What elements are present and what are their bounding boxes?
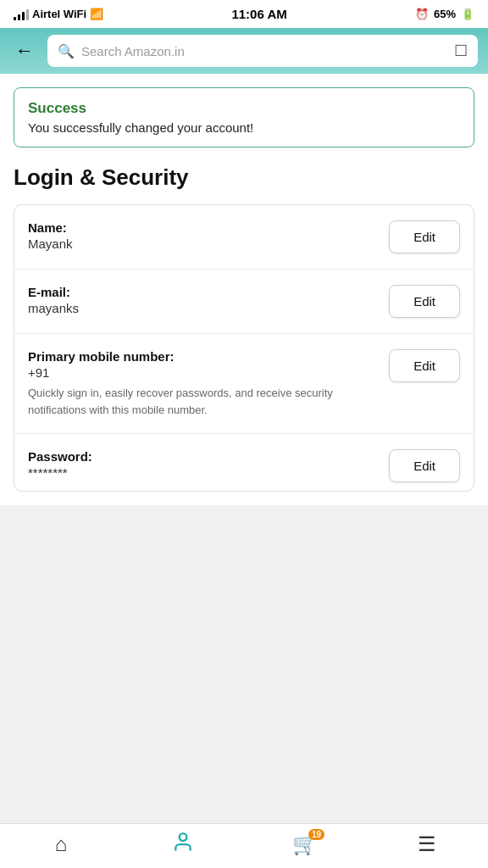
email-value: mayanks (28, 301, 375, 315)
nav-home[interactable]: ⌂ (0, 832, 122, 856)
cart-wrapper: 🛒 19 (292, 832, 318, 856)
alarm-icon: ⏰ (415, 8, 429, 20)
mobile-content: Primary mobile number: +91 Quickly sign … (28, 349, 389, 418)
status-bar: Airtel WiFi 📶 11:06 AM ⏰ 65% 🔋 (0, 0, 488, 28)
time-display: 11:06 AM (231, 7, 286, 21)
mobile-edit-button[interactable]: Edit (389, 349, 460, 382)
search-icon: 🔍 (58, 43, 75, 59)
name-value: Mayank (28, 236, 375, 251)
nav-menu[interactable]: ☰ (366, 832, 488, 856)
mobile-description: Quickly sign in, easily recover password… (28, 385, 375, 418)
svg-point-0 (180, 833, 187, 841)
search-bar-container: ← 🔍 Search Amazon.in ☐ (0, 28, 488, 74)
nav-cart[interactable]: 🛒 19 (244, 832, 366, 856)
status-right: ⏰ 65% 🔋 (415, 8, 474, 20)
mobile-value: +91 (28, 365, 375, 380)
search-placeholder: Search Amazon.in (81, 44, 447, 58)
name-label: Name: (28, 220, 375, 235)
battery-icon: 🔋 (461, 8, 474, 20)
password-row: Password: ******** Edit (14, 434, 474, 491)
password-edit-button[interactable]: Edit (389, 449, 460, 482)
name-edit-button[interactable]: Edit (389, 220, 460, 253)
mobile-label: Primary mobile number: (28, 349, 375, 364)
email-label: E-mail: (28, 285, 375, 299)
page-title: Login & Security (14, 164, 474, 191)
home-icon: ⌂ (55, 832, 68, 856)
name-content: Name: Mayank (28, 220, 389, 251)
success-title: Success (28, 100, 460, 117)
nav-account[interactable] (122, 831, 244, 858)
account-icon (172, 831, 194, 858)
settings-card: Name: Mayank Edit E-mail: mayanks Edit P… (14, 204, 474, 492)
main-content: Success You successfully changed your ac… (0, 74, 488, 505)
bottom-nav: ⌂ 🛒 19 ☰ (0, 823, 488, 868)
menu-icon: ☰ (418, 832, 436, 856)
name-row: Name: Mayank Edit (14, 205, 474, 270)
signal-icon (14, 8, 29, 20)
password-content: Password: ******** (28, 449, 389, 480)
battery-level: 65% (434, 8, 456, 20)
status-left: Airtel WiFi 📶 (14, 8, 103, 20)
back-button[interactable]: ← (10, 38, 39, 64)
email-row: E-mail: mayanks Edit (14, 270, 474, 334)
password-label: Password: (28, 449, 375, 464)
search-box[interactable]: 🔍 Search Amazon.in ☐ (47, 35, 478, 67)
camera-icon[interactable]: ☐ (454, 42, 468, 60)
wifi-icon: 📶 (90, 8, 103, 20)
cart-badge: 19 (308, 829, 324, 840)
email-content: E-mail: mayanks (28, 285, 389, 315)
success-message: You successfully changed your account! (28, 120, 460, 135)
success-banner: Success You successfully changed your ac… (14, 87, 474, 147)
carrier-label: Airtel WiFi (32, 8, 86, 20)
mobile-row: Primary mobile number: +91 Quickly sign … (14, 334, 474, 434)
password-value: ******** (28, 465, 375, 480)
email-edit-button[interactable]: Edit (389, 285, 460, 318)
